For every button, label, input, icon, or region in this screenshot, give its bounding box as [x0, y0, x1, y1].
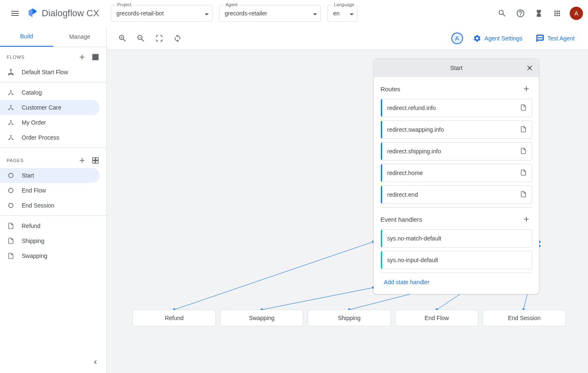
route-item[interactable]: redirect.home	[380, 164, 532, 182]
svg-point-21	[9, 203, 13, 208]
tab-build[interactable]: Build	[0, 27, 53, 47]
flow-icon	[7, 89, 15, 96]
flow-icon	[7, 119, 15, 126]
flow-grid-icon[interactable]	[90, 51, 101, 63]
canvas-node-refund[interactable]: Refund	[133, 310, 216, 326]
flow-catalog[interactable]: Catalog	[0, 85, 106, 100]
add-page-icon[interactable]	[76, 155, 88, 166]
page-grid-icon[interactable]	[90, 155, 101, 166]
flows-header: FLOWS	[0, 47, 106, 65]
flow-icon	[7, 104, 15, 111]
hourglass-icon[interactable]	[530, 4, 548, 23]
page-swapping[interactable]: Swapping	[0, 248, 106, 263]
circle-icon	[7, 187, 15, 194]
event-item[interactable]: sys.no-match-default	[380, 229, 532, 248]
agent-initial-badge[interactable]: A	[451, 33, 463, 44]
flow-order-process[interactable]: Order Process	[0, 130, 106, 145]
svg-rect-17	[93, 161, 95, 163]
page-end-flow[interactable]: End Flow	[0, 183, 106, 198]
zoom-in-icon[interactable]	[117, 33, 128, 44]
page-end-session[interactable]: End Session	[0, 198, 106, 213]
canvas-node-swapping[interactable]: Swapping	[220, 310, 303, 326]
node-label: Swapping	[249, 315, 275, 321]
menu-icon[interactable]	[5, 3, 25, 23]
svg-point-3	[10, 90, 12, 91]
page-doc-icon	[520, 148, 527, 155]
agent-selector[interactable]: Agent grecords-retailer	[219, 5, 321, 22]
page-doc-icon	[7, 223, 15, 229]
flow-label: Default Start Flow	[22, 69, 68, 75]
page-label: Start	[22, 172, 34, 179]
language-value: en	[333, 10, 340, 17]
dropdown-icon	[205, 10, 209, 17]
reset-icon[interactable]	[172, 33, 183, 44]
page-shipping[interactable]: Shipping	[0, 233, 106, 248]
route-item[interactable]: redirect.shipping.info	[380, 142, 532, 160]
node-label: Shipping	[338, 315, 361, 321]
svg-rect-15	[93, 158, 95, 160]
project-selector[interactable]: Project grecords-retail-bot	[111, 5, 213, 22]
product-name: Dialogflow CX	[42, 8, 99, 19]
fit-screen-icon[interactable]	[153, 33, 165, 44]
node-label: Refund	[165, 315, 183, 321]
tab-manage[interactable]: Manage	[53, 27, 107, 47]
flow-default-start[interactable]: Default Start Flow	[0, 65, 106, 80]
page-doc-icon	[520, 104, 527, 112]
routes-section-header: Routes	[374, 77, 539, 99]
svg-point-0	[10, 70, 12, 71]
apps-icon[interactable]	[548, 4, 566, 23]
search-icon[interactable]	[493, 4, 511, 23]
route-item[interactable]: redirect.swapping.info	[380, 120, 532, 139]
test-agent-button[interactable]: Test Agent	[533, 31, 578, 46]
page-start[interactable]: Start	[0, 168, 100, 183]
flow-label: My Order	[22, 119, 46, 126]
start-node-panel: Start Routes redirect.refund.info redire…	[373, 58, 539, 294]
user-avatar[interactable]: A	[570, 7, 583, 20]
flow-canvas[interactable]: Start Routes redirect.refund.info redire…	[107, 50, 588, 373]
agent-settings-button[interactable]: Agent Settings	[470, 31, 526, 46]
page-label: Shipping	[22, 238, 45, 244]
canvas-node-shipping[interactable]: Shipping	[308, 310, 391, 326]
flow-icon	[7, 134, 15, 141]
event-item[interactable]: sys.no-input-default	[380, 251, 532, 269]
circle-icon	[7, 202, 15, 209]
dropdown-icon	[350, 10, 354, 17]
agent-settings-label: Agent Settings	[485, 35, 523, 42]
add-flow-icon[interactable]	[76, 51, 88, 63]
help-icon[interactable]	[511, 4, 530, 23]
canvas-node-end-session[interactable]: End Session	[483, 310, 566, 326]
route-label: redirect.swapping.info	[387, 126, 520, 133]
route-label: redirect.end	[387, 191, 520, 198]
pages-label: PAGES	[7, 158, 24, 163]
page-label: Refund	[22, 223, 40, 229]
add-event-icon[interactable]	[520, 213, 532, 225]
flow-icon	[7, 68, 15, 76]
svg-line-22	[174, 242, 373, 310]
route-item[interactable]: redirect.end	[380, 185, 532, 204]
node-header[interactable]: Start	[374, 59, 539, 77]
flow-my-order[interactable]: My Order	[0, 115, 106, 130]
add-state-handler-button[interactable]: Add state handler	[374, 273, 539, 294]
node-label: End Session	[508, 315, 541, 321]
close-icon[interactable]	[524, 62, 535, 74]
product-logo[interactable]: Dialogflow CX	[27, 8, 99, 19]
zoom-out-icon[interactable]	[135, 33, 147, 44]
page-refund[interactable]: Refund	[0, 218, 106, 233]
pages-header: PAGES	[0, 150, 106, 168]
sidebar: Build Manage FLOWS Default Start Flow Ca…	[0, 27, 107, 373]
language-label: Language	[332, 2, 356, 7]
route-label: redirect.home	[387, 170, 520, 176]
canvas-node-end-flow[interactable]: End Flow	[395, 310, 478, 326]
collapse-sidebar-icon[interactable]	[90, 356, 101, 368]
language-selector[interactable]: Language en	[328, 5, 358, 22]
flow-customer-care[interactable]: Customer Care	[0, 100, 100, 115]
route-item[interactable]: redirect.refund.info	[380, 99, 532, 117]
dialogflow-icon	[27, 8, 38, 19]
events-section-header: Event handlers	[374, 208, 539, 229]
canvas-area: A Agent Settings Test Agent Start	[107, 27, 588, 373]
add-route-icon[interactable]	[520, 83, 532, 95]
dropdown-icon	[313, 10, 317, 17]
agent-label: Agent	[224, 2, 239, 7]
routes-title: Routes	[380, 85, 400, 93]
page-label: End Flow	[22, 187, 46, 194]
